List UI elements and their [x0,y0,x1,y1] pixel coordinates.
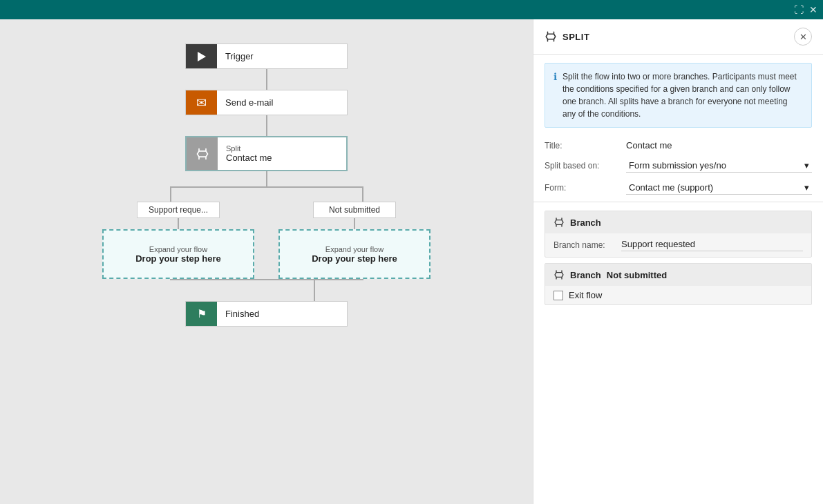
info-box-text: Split the flow into two or more branches… [562,70,803,120]
connector-1 [266,69,267,90]
left-v [170,188,171,202]
flow-wrapper: Trigger ✉ Send e-mail [0,33,533,327]
rejoin-v [314,280,315,301]
exit-flow-label: Exit flow [569,290,602,300]
panel-header-left: SPLIT [545,30,589,43]
exit-flow-checkbox[interactable] [554,291,563,300]
info-icon: ℹ [554,71,557,120]
split-icon [196,147,209,161]
branch1-name-label: Branch name: [554,240,616,250]
branch1-section: Branch Branch name: Support requested [545,211,812,258]
form-label: Form: [545,183,621,193]
branch-v-connectors [170,188,363,202]
split-h-top [170,171,363,186]
top-bar-icons: ⛶ ✕ [794,4,817,15]
split-based-label: Split based on: [545,161,621,171]
left-expand-text: Expand your flow [149,245,207,253]
split-panel-icon [545,30,557,43]
split-node[interactable]: Split Contact me [185,136,348,171]
branches-row: Support reque... Expand your flow Drop y… [87,202,446,279]
form-select[interactable]: Contact me (support) ▾ [626,181,812,195]
split-based-row: Split based on: Form submission yes/no ▾ [533,155,823,177]
right-v [362,188,363,202]
split-based-select[interactable]: Form submission yes/no ▾ [626,159,812,173]
split-icon-bg [187,137,218,170]
finished-node[interactable]: ⚑ Finished [185,301,348,327]
exit-flow-row: Exit flow [545,286,811,304]
branches-container: Support reque... Expand your flow Drop y… [87,171,446,301]
left-drop-text: Drop your step here [135,253,221,264]
right-expand-text: Expand your flow [325,245,384,253]
branch1-name-row: Branch name: Support requested [554,239,803,251]
title-field-row: Title: Contact me [533,136,823,155]
branch2-section: Branch Not submitted Exit flow [545,263,812,305]
finished-icon-bg: ⚑ [186,302,217,326]
split-label: Split Contact me [218,137,280,170]
right-panel: SPLIT ✕ ℹ Split the flow into two or mor… [533,19,823,504]
rejoin-h-bar [170,279,363,280]
branch1-name-value[interactable]: Support requested [621,239,803,251]
flag-icon: ⚑ [197,307,207,320]
branch1-body: Branch name: Support requested [545,233,811,257]
right-drop-zone[interactable]: Expand your flow Drop your step here [278,229,431,279]
split-node-title: Contact me [226,153,272,163]
title-value[interactable]: Contact me [626,140,812,151]
branch2-not-submitted: Not submitted [607,270,667,280]
topbar-close-icon[interactable]: ✕ [809,4,817,15]
finished-label: Finished [217,302,267,326]
right-drop-text: Drop your step here [312,253,397,264]
email-icon-bg: ✉ [186,90,217,115]
left-branch-col: Support reque... Expand your flow Drop y… [94,202,263,279]
trigger-icon-bg [186,44,217,68]
split-based-chevron: ▾ [804,160,809,171]
split-node-type: Split [226,144,272,153]
expand-icon[interactable]: ⛶ [794,4,804,15]
left-drop-zone[interactable]: Expand your flow Drop your step here [102,229,254,279]
connector-2 [266,115,267,136]
branch1-header-label: Branch [570,217,601,228]
title-label: Title: [545,141,621,151]
send-email-title: Send e-mail [225,97,273,108]
branch1-header: Branch [545,211,811,233]
branch2-header-label: Branch [570,270,601,280]
trigger-label: Trigger [217,44,262,68]
branch2-icon [554,269,565,280]
send-email-node[interactable]: ✉ Send e-mail [185,90,348,115]
form-field-row: Form: Contact me (support) ▾ [533,177,823,199]
right-branch-col: Not submitted Expand your flow Drop your… [270,202,439,279]
trigger-node[interactable]: Trigger [185,43,348,69]
panel-info-box: ℹ Split the flow into two or more branch… [545,63,812,128]
send-email-label: Send e-mail [217,90,281,115]
branch-support-label[interactable]: Support reque... [137,202,220,218]
play-icon [198,52,206,61]
support-v-conn [178,218,179,229]
branch-h-bar [170,186,363,188]
split-based-value: Form submission yes/no [629,160,726,171]
main-area: Trigger ✉ Send e-mail [0,19,823,504]
branch1-icon [554,217,565,228]
branch-not-submitted-label[interactable]: Not submitted [313,202,396,218]
panel-header: SPLIT ✕ [533,19,823,55]
email-icon: ✉ [196,95,207,110]
divider-1 [533,202,823,202]
branch2-header: Branch Not submitted [545,264,811,286]
not-submitted-v-conn [354,218,355,229]
top-bar: ⛶ ✕ [0,0,823,19]
form-value: Contact me (support) [629,182,713,193]
flow-canvas: Trigger ✉ Send e-mail [0,19,533,504]
trigger-title: Trigger [225,51,254,61]
panel-close-button[interactable]: ✕ [794,28,812,46]
finished-title: Finished [225,309,259,319]
form-chevron: ▾ [804,182,809,193]
v-line-center [266,171,267,186]
panel-title: SPLIT [562,32,589,42]
